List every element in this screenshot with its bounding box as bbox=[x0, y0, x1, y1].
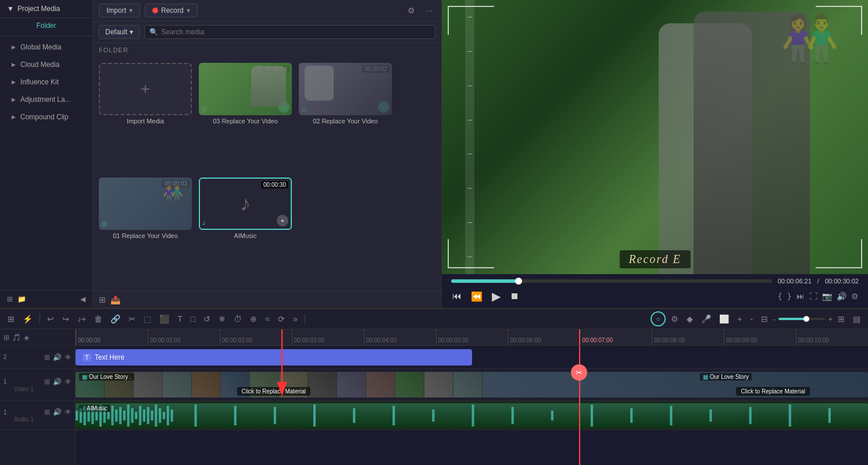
split-button[interactable]: ⊟ bbox=[758, 313, 771, 325]
scissors-badge[interactable]: ✂ bbox=[571, 364, 587, 381]
record-dropdown-icon[interactable]: ▾ bbox=[187, 6, 190, 15]
sidebar-item-folder[interactable]: Folder bbox=[0, 18, 92, 33]
gear-button[interactable]: ⚙ bbox=[668, 313, 681, 325]
loop-button[interactable]: ⟳ bbox=[275, 313, 288, 325]
pan-button[interactable]: ⊕ bbox=[247, 313, 260, 325]
add-to-track-icon[interactable]: ⊞ bbox=[44, 408, 50, 416]
zoom-in-icon[interactable]: + bbox=[828, 315, 833, 324]
media-thumb-video2[interactable]: 00:00:02 ▦ ✓ bbox=[299, 63, 392, 115]
filter-icon[interactable]: ⚙ bbox=[405, 5, 418, 16]
collapse-sidebar-icon[interactable]: ◀ bbox=[80, 295, 85, 303]
audio-adjust-button[interactable]: ≈ bbox=[262, 313, 273, 325]
compound-clip-icon[interactable]: ◈ bbox=[24, 333, 29, 342]
media-item-video2[interactable]: 00:00:02 ▦ ✓ 02 Replace Your Video bbox=[299, 63, 392, 171]
svg-rect-12 bbox=[119, 407, 122, 424]
multi-select-button[interactable]: ⊞ bbox=[5, 313, 17, 325]
add-track-button[interactable]: + bbox=[734, 313, 745, 325]
progress-thumb[interactable] bbox=[515, 278, 522, 285]
link-button[interactable]: 🔗 bbox=[108, 313, 123, 325]
stop-button[interactable]: ⏹ bbox=[509, 290, 520, 303]
track-icons-v1: ⊞ 🔊 👁 bbox=[44, 378, 72, 386]
more-tools-button[interactable]: » bbox=[290, 313, 301, 325]
add-video-track-icon[interactable]: ⊞ bbox=[3, 333, 9, 342]
speed-button[interactable]: ⏱ bbox=[231, 313, 245, 325]
add-to-track-icon[interactable]: ⊞ bbox=[44, 353, 50, 361]
sidebar-item-compound-clip[interactable]: ▶ Compound Clip bbox=[0, 108, 92, 126]
media-thumb-video3[interactable]: 00:00:03 ▦ 👫 bbox=[99, 178, 192, 230]
zoom-slider[interactable] bbox=[778, 318, 825, 320]
frame-back-button[interactable]: ⏪ bbox=[470, 290, 484, 303]
media-item-video1[interactable]: 00:00:04 ▦ ✓ 03 Replace Your Video bbox=[199, 63, 292, 171]
delete-button[interactable]: 🗑 bbox=[91, 313, 105, 325]
track-badge-v2: 2 bbox=[3, 354, 15, 360]
add-audio-track-icon[interactable]: 🎵 bbox=[12, 333, 21, 342]
record-button[interactable]: Record ▾ bbox=[145, 3, 198, 17]
add-folder-icon[interactable]: ⊞ bbox=[7, 295, 13, 303]
screenshot-icon[interactable]: 📷 bbox=[822, 292, 832, 301]
add-to-timeline-icon[interactable]: ⊞ bbox=[99, 295, 106, 304]
layout-toggle-button[interactable]: ▤ bbox=[850, 313, 863, 325]
reverse-button[interactable]: ↺ bbox=[201, 313, 213, 325]
redo-button[interactable]: ↪ bbox=[59, 313, 72, 325]
folder-icon[interactable]: 📁 bbox=[17, 295, 26, 303]
search-input[interactable] bbox=[161, 28, 430, 36]
audio-icon[interactable]: 🔊 bbox=[53, 378, 62, 386]
bracket-left-icon[interactable]: { bbox=[777, 292, 782, 301]
layout-button[interactable]: ⊞ bbox=[835, 313, 848, 325]
rewind-button[interactable]: ⏮ bbox=[451, 290, 463, 303]
text-button[interactable]: T bbox=[174, 313, 185, 325]
export-icon[interactable]: 📤 bbox=[110, 295, 120, 304]
sidebar-item-cloud-media[interactable]: ▶ Cloud Media bbox=[0, 56, 92, 73]
zoom-out-icon[interactable]: - bbox=[773, 315, 776, 324]
settings-icon[interactable]: ⚙ bbox=[851, 292, 859, 301]
collapse-icon[interactable]: ▼ bbox=[7, 5, 14, 13]
delete-track-button[interactable]: - bbox=[747, 313, 756, 325]
eye-icon[interactable]: 👁 bbox=[65, 378, 72, 386]
audio-icon[interactable]: 🔊 bbox=[53, 353, 62, 361]
svg-rect-25 bbox=[171, 409, 173, 421]
audio-icon[interactable]: 🔊 bbox=[53, 408, 62, 416]
more-options-icon[interactable]: ··· bbox=[423, 5, 435, 16]
media-thumb-audio1[interactable]: 00:00:30 ♩ ♪ + bbox=[199, 178, 292, 230]
video-clip-main[interactable]: ▦ Our Love Story . Click to Replace Mate… bbox=[76, 372, 868, 397]
sidebar-item-adjustment-layer[interactable]: ▶ Adjustment La... bbox=[0, 91, 92, 108]
media-thumb-video1[interactable]: 00:00:04 ▦ ✓ bbox=[199, 63, 292, 115]
freeze-button[interactable]: ❄ bbox=[216, 313, 228, 325]
trim-alt-button[interactable]: ⬛ bbox=[156, 313, 172, 325]
snap-button[interactable]: ⚡ bbox=[20, 313, 35, 325]
crop-button[interactable]: □ bbox=[188, 313, 198, 325]
eye-icon[interactable]: 👁 bbox=[65, 353, 72, 361]
sidebar-item-influence-kit[interactable]: ▶ Influence Kit bbox=[0, 73, 92, 91]
volume-icon[interactable]: 🔊 bbox=[837, 292, 846, 301]
svg-rect-32 bbox=[432, 409, 434, 421]
zoom-thumb[interactable] bbox=[803, 316, 809, 322]
import-thumb[interactable]: + bbox=[99, 63, 192, 115]
timeline-ruler[interactable]: 00:00:00 00:00:01:00 00:00:02:00 00:00:0… bbox=[76, 329, 868, 346]
import-button[interactable]: Import ▾ bbox=[99, 3, 140, 17]
marker-button[interactable]: ◆ bbox=[684, 313, 696, 325]
audio-waveform[interactable]: ♪ AIMusic bbox=[76, 403, 868, 428]
forward-to-icon[interactable]: ⏭ bbox=[796, 292, 805, 301]
add-audio-button[interactable]: ♪+ bbox=[74, 313, 89, 325]
filter-default-button[interactable]: Default ▾ bbox=[99, 25, 140, 39]
text-clip[interactable]: T Text Here bbox=[76, 349, 472, 365]
filter-dropdown-icon[interactable]: ▾ bbox=[130, 28, 133, 36]
mic-button[interactable]: 🎤 bbox=[698, 313, 714, 325]
trim-button[interactable]: ⬚ bbox=[141, 313, 154, 325]
import-media-item[interactable]: + Import Media bbox=[99, 63, 192, 171]
mode-indicator[interactable]: ○ bbox=[651, 311, 666, 326]
progress-bar[interactable] bbox=[451, 279, 772, 283]
media-item-video3[interactable]: 00:00:03 ▦ 👫 01 Replace Your Video bbox=[99, 178, 192, 285]
bracket-right-icon[interactable]: } bbox=[787, 292, 792, 301]
cut-button[interactable]: ✂ bbox=[126, 313, 138, 325]
import-dropdown-icon[interactable]: ▾ bbox=[129, 6, 133, 15]
fullscreen-icon[interactable]: ⛶ bbox=[809, 292, 817, 301]
play-button[interactable]: ▶ bbox=[491, 288, 502, 304]
export-segment-button[interactable]: ⬜ bbox=[716, 313, 732, 325]
eye-icon[interactable]: 👁 bbox=[65, 408, 72, 416]
sidebar-item-global-media[interactable]: ▶ Global Media bbox=[0, 38, 92, 56]
ruler-tick bbox=[467, 17, 472, 17]
undo-button[interactable]: ↩ bbox=[44, 313, 57, 325]
media-item-audio1[interactable]: 00:00:30 ♩ ♪ + AIMusic bbox=[199, 178, 292, 285]
add-to-track-icon[interactable]: ⊞ bbox=[44, 378, 50, 386]
